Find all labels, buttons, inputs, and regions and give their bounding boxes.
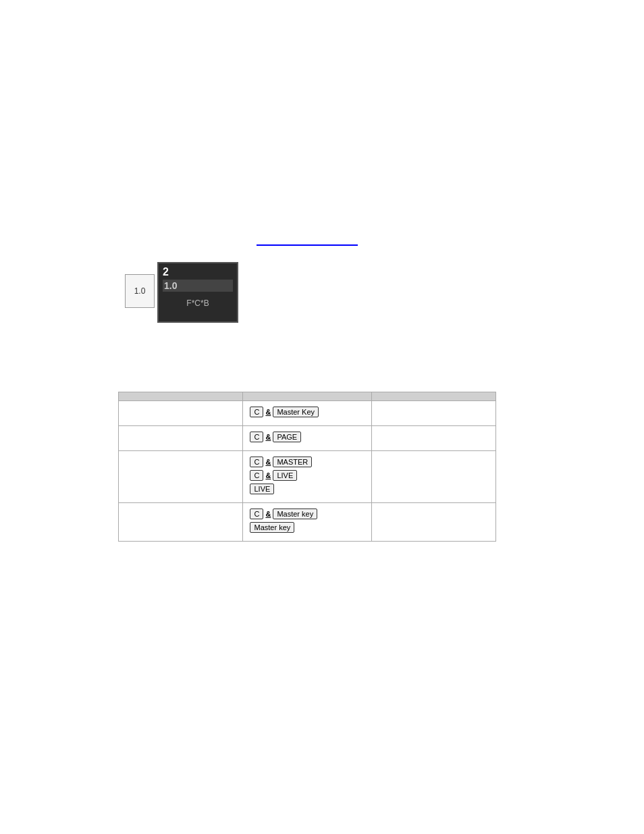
small-value-box: 1.0	[125, 274, 155, 308]
row1-col2: C & Master Key	[243, 401, 371, 426]
ampersand: &	[265, 433, 271, 441]
hyperlink[interactable]	[257, 235, 358, 246]
key-live-solo: LIVE	[250, 484, 274, 494]
key-sequence: LIVE	[250, 484, 364, 494]
key-live: LIVE	[273, 470, 297, 481]
ampersand: &	[265, 471, 271, 479]
key-c: C	[250, 432, 263, 442]
key-sequence: C & Master Key	[250, 407, 364, 417]
row2-col3	[371, 426, 495, 451]
key-sequence: C & PAGE	[250, 432, 364, 442]
row4-col2: C & Master key Master key	[243, 503, 371, 542]
key-sequence: Master key	[250, 522, 364, 533]
row3-col3	[371, 451, 495, 503]
key-masterkey2: Master key	[273, 509, 317, 519]
display-line2: 1.0	[163, 280, 233, 292]
display-widget: 1.0 2 1.0 F*C*B	[125, 262, 238, 323]
row3-col2: C & MASTER C & LIVE LIVE	[243, 451, 371, 503]
small-value: 1.0	[134, 286, 146, 296]
key-c: C	[250, 457, 263, 467]
key-masterkey: Master Key	[273, 407, 319, 417]
ampersand: &	[265, 510, 271, 518]
key-page: PAGE	[273, 432, 301, 442]
key-c: C	[250, 470, 263, 481]
display-line1: 2	[163, 266, 233, 278]
row1-col3	[371, 401, 495, 426]
key-master: MASTER	[273, 457, 312, 467]
key-c: C	[250, 407, 263, 417]
ampersand: &	[265, 458, 271, 466]
col-header-3	[371, 392, 495, 401]
row4-col1	[119, 503, 243, 542]
row1-col1	[119, 401, 243, 426]
display-line3: F*C*B	[163, 298, 233, 308]
key-sequence: C & LIVE	[250, 470, 364, 481]
table-row: C & Master Key	[119, 401, 496, 426]
key-sequence: C & Master key	[250, 509, 364, 519]
shortcut-table: C & Master Key C & PAGE	[118, 392, 496, 542]
key-masterkey3: Master key	[250, 522, 294, 533]
key-c: C	[250, 509, 263, 519]
row4-col3	[371, 503, 495, 542]
col-header-1	[119, 392, 243, 401]
row2-col2: C & PAGE	[243, 426, 371, 451]
table-row: C & MASTER C & LIVE LIVE	[119, 451, 496, 503]
row3-col1	[119, 451, 243, 503]
col-header-2	[243, 392, 371, 401]
table-row: C & PAGE	[119, 426, 496, 451]
main-display: 2 1.0 F*C*B	[157, 262, 238, 323]
row2-col1	[119, 426, 243, 451]
ampersand: &	[265, 408, 271, 416]
key-sequence: C & MASTER	[250, 457, 364, 467]
table-row: C & Master key Master key	[119, 503, 496, 542]
